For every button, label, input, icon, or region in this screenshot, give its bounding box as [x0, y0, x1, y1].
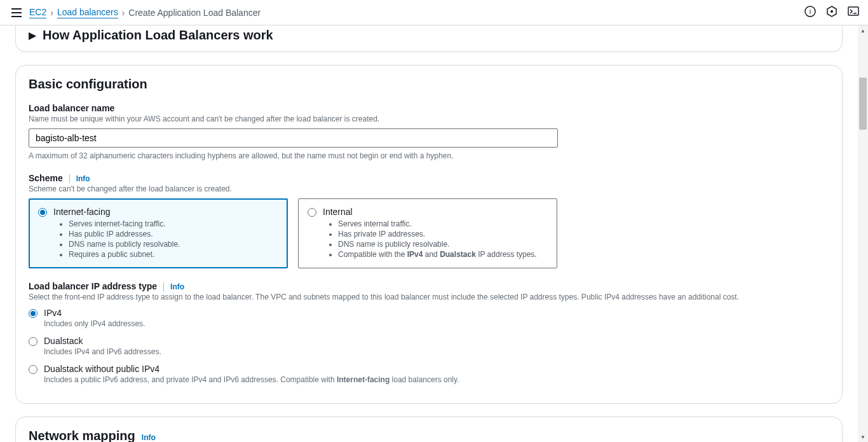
radio-icon — [29, 365, 37, 374]
ip-option-desc: Includes IPv4 and IPv6 addresses. — [44, 347, 161, 356]
top-nav: EC2 › Load balancers › Create Applicatio… — [0, 0, 868, 25]
scheme-card-internal[interactable]: InternalServes internal traffic.Has priv… — [298, 198, 557, 268]
divider — [163, 282, 164, 291]
basic-config-title: Basic configuration — [29, 77, 829, 92]
lb-name-label: Load balancer name — [29, 103, 114, 113]
lb-name-hint: Name must be unique within your AWS acco… — [29, 114, 829, 123]
ip-option-dualstack[interactable]: DualstackIncludes IPv4 and IPv6 addresse… — [29, 336, 829, 356]
scheme-cards: Internet-facingServes internet-facing tr… — [29, 198, 829, 268]
ip-option-label: Dualstack without public IPv4 — [44, 364, 459, 374]
radio-icon — [38, 208, 47, 217]
list-item: Requires a public subnet. — [69, 250, 278, 259]
load-balancer-name-field: Load balancer name Name must be unique w… — [29, 103, 829, 160]
scheme-hint: Scheme can't be changed after the load b… — [29, 184, 829, 193]
list-item: Serves internal traffic. — [338, 219, 548, 228]
ip-option-desc: Includes only IPv4 addresses. — [44, 319, 145, 328]
ip-option-label: IPv4 — [44, 308, 145, 318]
breadcrumb-ec2[interactable]: EC2 — [29, 7, 46, 18]
breadcrumb-load-balancers[interactable]: Load balancers — [57, 7, 118, 18]
ip-type-info-link[interactable]: Info — [170, 282, 184, 291]
settings-icon[interactable] — [826, 6, 837, 19]
ip-type-field: Load balancer IP address type Info Selec… — [29, 281, 829, 384]
breadcrumb: EC2 › Load balancers › Create Applicatio… — [29, 7, 261, 18]
list-item: Has public IP addresses. — [69, 230, 278, 238]
breadcrumb-current: Create Application Load Balancer — [128, 8, 261, 18]
basic-configuration-panel: Basic configuration Load balancer name N… — [15, 65, 843, 404]
lb-name-input[interactable] — [29, 128, 558, 148]
radio-icon — [29, 309, 37, 318]
scheme-card-title: Internet-facing — [53, 207, 278, 217]
how-it-works-panel[interactable]: ▶ How Application Load Balancers work — [15, 25, 843, 52]
scheme-info-link[interactable]: Info — [76, 174, 90, 183]
svg-text:i: i — [810, 8, 811, 15]
ip-option-dualstack-without-public-ipv4[interactable]: Dualstack without public IPv4Includes a … — [29, 364, 829, 384]
list-item: Has private IP addresses. — [338, 230, 548, 238]
ip-type-label: Load balancer IP address type — [29, 281, 157, 291]
list-item: DNS name is publicly resolvable. — [338, 240, 548, 249]
caret-right-icon: ▶ — [29, 29, 36, 41]
svg-point-3 — [831, 10, 833, 13]
list-item: Serves internet-facing traffic. — [69, 219, 278, 228]
divider — [69, 174, 70, 183]
scroll-thumb[interactable] — [859, 78, 867, 130]
scrollbar[interactable]: ▲ ▼ — [858, 25, 868, 442]
scheme-field: Scheme Info Scheme can't be changed afte… — [29, 173, 829, 268]
scheme-label: Scheme — [29, 173, 63, 183]
help-icon[interactable]: i — [804, 6, 816, 19]
radio-icon — [29, 337, 37, 346]
network-mapping-title: Network mapping — [29, 429, 135, 442]
how-it-works-title: How Application Load Balancers work — [43, 28, 273, 43]
chevron-right-icon: › — [122, 8, 125, 18]
ip-options: IPv4Includes only IPv4 addresses.Dualsta… — [29, 308, 829, 384]
scheme-card-internet-facing[interactable]: Internet-facingServes internet-facing tr… — [29, 198, 288, 268]
chevron-right-icon: › — [50, 8, 53, 18]
scheme-card-title: Internal — [323, 207, 548, 217]
scheme-card-list: Serves internet-facing traffic.Has publi… — [53, 219, 278, 259]
scheme-card-list: Serves internal traffic.Has private IP a… — [323, 219, 548, 259]
ip-type-hint: Select the front-end IP address type to … — [29, 293, 829, 301]
svg-rect-4 — [848, 7, 858, 15]
list-item: DNS name is publicly resolvable. — [69, 240, 278, 249]
scroll-up-icon[interactable]: ▲ — [858, 25, 868, 36]
radio-icon — [308, 208, 316, 217]
nav-right: i — [804, 6, 859, 19]
network-info-link[interactable]: Info — [142, 433, 156, 442]
ip-option-desc: Includes a public IPv6 address, and priv… — [44, 375, 459, 384]
scroll-down-icon[interactable]: ▼ — [858, 432, 868, 442]
network-mapping-panel: Network mapping Info The load balancer r… — [15, 417, 843, 442]
lb-name-constraint: A maximum of 32 alphanumeric characters … — [29, 151, 829, 160]
hamburger-menu-icon[interactable] — [9, 6, 24, 20]
ip-option-ipv4[interactable]: IPv4Includes only IPv4 addresses. — [29, 308, 829, 328]
cloudshell-icon[interactable] — [848, 6, 859, 19]
list-item: Compatible with the IPv4 and Dualstack I… — [338, 250, 548, 259]
main-content: ▶ How Application Load Balancers work Ba… — [0, 25, 858, 442]
ip-option-label: Dualstack — [44, 336, 161, 346]
nav-left: EC2 › Load balancers › Create Applicatio… — [9, 6, 261, 20]
